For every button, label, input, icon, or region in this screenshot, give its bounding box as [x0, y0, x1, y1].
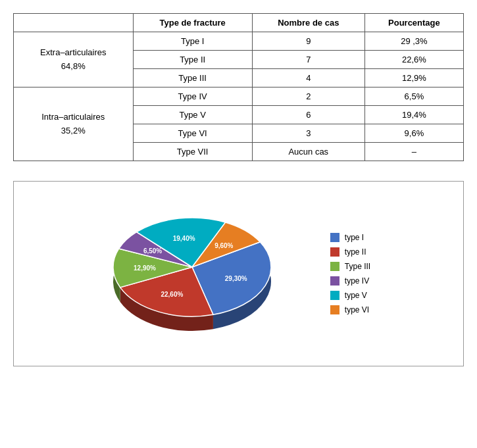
- legend-item: type I: [330, 233, 370, 242]
- legend-label: type V: [345, 291, 367, 300]
- pie-label: 12,90%: [134, 264, 156, 272]
- pie-label: 6,50%: [143, 247, 162, 255]
- group-label: Intra–articulaires35,2%: [14, 87, 134, 161]
- legend-color-swatch: [330, 233, 339, 242]
- percentage: 6,5%: [364, 87, 463, 106]
- percentage: –: [364, 143, 463, 161]
- fracture-type: Type V: [133, 106, 252, 124]
- legend-color-swatch: [330, 291, 339, 300]
- percentage: 12,9%: [364, 69, 463, 87]
- legend-item: Type III: [330, 262, 370, 271]
- percentage: 29 ,3%: [364, 32, 463, 51]
- legend-item: type IV: [330, 276, 370, 286]
- chart-container: 29,30%22,60%12,90%6,50%19,40%9,60% type …: [13, 181, 464, 366]
- pie-label: 9,60%: [214, 242, 233, 249]
- group-label: Extra–articulaires64,8%: [14, 32, 134, 87]
- cas-count: 7: [252, 51, 364, 69]
- fracture-type: Type IV: [133, 87, 252, 106]
- chart-legend: type Itype IIType IIItype IVtype Vtype V…: [330, 233, 370, 314]
- col-header-cas: Nombre de cas: [252, 14, 364, 32]
- pie-chart: 29,30%22,60%12,90%6,50%19,40%9,60%: [107, 195, 304, 353]
- legend-color-swatch: [330, 276, 339, 286]
- legend-label: type II: [345, 247, 366, 257]
- fracture-table: Type de fracture Nombre de cas Pourcenta…: [13, 13, 464, 161]
- pie-label: 22,60%: [161, 291, 183, 298]
- legend-color-swatch: [330, 262, 339, 271]
- cas-count: 9: [252, 32, 364, 51]
- fracture-type: Type II: [133, 51, 252, 69]
- cas-count: 4: [252, 69, 364, 87]
- percentage: 22,6%: [364, 51, 463, 69]
- legend-label: type I: [345, 233, 364, 242]
- col-header-empty: [14, 14, 134, 32]
- cas-count: Aucun cas: [252, 143, 364, 161]
- legend-label: type VI: [345, 305, 369, 314]
- pie-svg: 29,30%22,60%12,90%6,50%19,40%9,60%: [107, 195, 297, 353]
- col-header-pct: Pourcentage: [364, 14, 463, 32]
- fracture-type: Type III: [133, 69, 252, 87]
- legend-label: Type III: [345, 262, 370, 271]
- percentage: 19,4%: [364, 106, 463, 124]
- fracture-type: Type I: [133, 32, 252, 51]
- pie-label: 29,30%: [225, 275, 247, 282]
- cas-count: 3: [252, 124, 364, 143]
- col-header-type: Type de fracture: [133, 14, 252, 32]
- legend-color-swatch: [330, 305, 339, 314]
- fracture-type: Type VI: [133, 124, 252, 143]
- percentage: 9,6%: [364, 124, 463, 143]
- pie-label: 19,40%: [173, 235, 195, 242]
- cas-count: 2: [252, 87, 364, 106]
- legend-color-swatch: [330, 247, 339, 257]
- fracture-type: Type VII: [133, 143, 252, 161]
- cas-count: 6: [252, 106, 364, 124]
- legend-item: type II: [330, 247, 370, 257]
- legend-item: type V: [330, 291, 370, 300]
- legend-item: type VI: [330, 305, 370, 314]
- legend-label: type IV: [345, 276, 369, 286]
